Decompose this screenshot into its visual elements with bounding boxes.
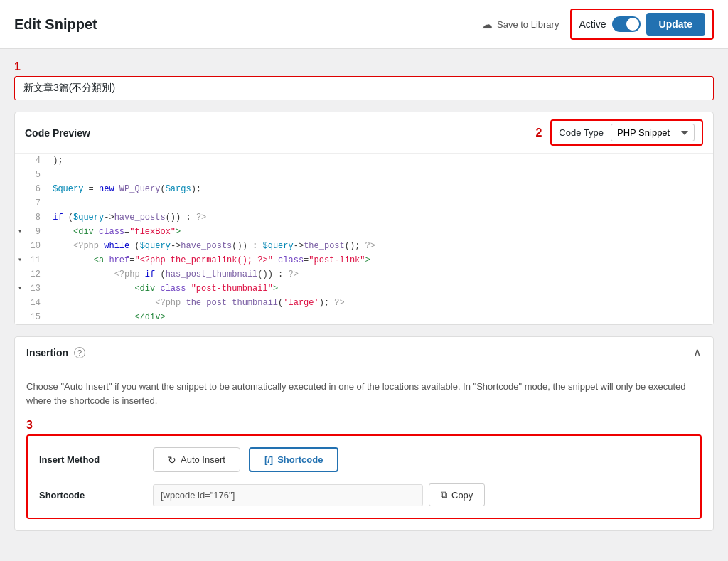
insert-method-buttons: ↻ Auto Insert [/] Shortcode: [153, 447, 338, 472]
line-arrow: ▾: [15, 225, 25, 239]
header: Edit Snippet ☁ Save to Library Active Up…: [0, 0, 728, 49]
copy-label: Copy: [451, 490, 473, 501]
auto-insert-label: Auto Insert: [181, 454, 225, 465]
active-label: Active: [579, 18, 606, 30]
insert-method-row: Insert Method ↻ Auto Insert [/] Shortcod…: [39, 447, 689, 472]
code-type-section: Code Type PHP Snippet HTML Snippet CSS S…: [550, 119, 703, 146]
insertion-section: Insertion ? ∧ Choose "Auto Insert" if yo…: [14, 336, 714, 531]
code-line: 4 );: [15, 154, 713, 168]
snippet-name-section: 1: [14, 60, 714, 100]
shortcode-button[interactable]: [/] Shortcode: [249, 447, 339, 472]
insert-method-section: Insert Method ↻ Auto Insert [/] Shortcod…: [26, 434, 702, 519]
code-type-label: Code Type: [559, 127, 604, 138]
code-line: ▾ 11 <a href="<?php the_permalink(); ?>"…: [15, 253, 713, 267]
line-num: 14: [25, 296, 48, 310]
code-line: 12 <?php if (has_post_thumbnail()) : ?>: [15, 267, 713, 282]
insertion-title: Insertion: [26, 347, 68, 358]
code-line: 7: [15, 196, 713, 210]
line-num: 11: [25, 253, 48, 267]
save-to-library-button[interactable]: ☁ Save to Library: [481, 18, 559, 31]
update-button[interactable]: Update: [646, 13, 705, 36]
copy-icon: ⧉: [441, 489, 447, 501]
code-editor[interactable]: 4 ); 5 6 $query = new WP_Query($args);: [15, 154, 713, 324]
line-num: 7: [25, 196, 48, 210]
cloud-icon: ☁: [481, 18, 493, 31]
line-num: 9: [25, 225, 48, 239]
code-preview-title: Code Preview: [25, 127, 90, 139]
code-line: 8 if ($query->have_posts()) : ?>: [15, 210, 713, 225]
auto-insert-button[interactable]: ↻ Auto Insert: [153, 447, 240, 472]
line-num: 4: [25, 154, 48, 168]
insertion-header-left: Insertion ?: [26, 347, 85, 358]
shortcode-input[interactable]: [153, 484, 423, 506]
code-preview-header: Code Preview 2 Code Type PHP Snippet HTM…: [15, 112, 713, 154]
insertion-header[interactable]: Insertion ? ∧: [15, 337, 713, 368]
line-num: 15: [25, 310, 48, 324]
insert-method-label: Insert Method: [39, 454, 153, 465]
refresh-icon: ↻: [168, 454, 176, 466]
insertion-description: Choose "Auto Insert" if you want the sni…: [26, 380, 702, 407]
line-code: if ($query->have_posts()) : ?>: [48, 210, 713, 225]
line-code: <?php the_post_thumbnail('large'); ?>: [48, 296, 713, 310]
line-code: );: [48, 154, 713, 168]
code-line: 14 <?php the_post_thumbnail('large'); ?>: [15, 296, 713, 310]
line-num: 8: [25, 210, 48, 225]
shortcode-icon: [/]: [264, 454, 273, 465]
code-line: 5: [15, 168, 713, 182]
line-num: 10: [25, 239, 48, 253]
page-title: Edit Snippet: [14, 16, 97, 33]
main-content: 1 Code Preview 2 Code Type PHP Snippet H…: [0, 49, 728, 554]
code-line: 6 $query = new WP_Query($args);: [15, 182, 713, 196]
code-preview-section: Code Preview 2 Code Type PHP Snippet HTM…: [14, 112, 714, 325]
copy-button[interactable]: ⧉ Copy: [429, 483, 485, 506]
code-line: ▾ 9 <div class="flexBox">: [15, 225, 713, 239]
line-code: <?php if (has_post_thumbnail()) : ?>: [48, 267, 713, 282]
line-code: $query = new WP_Query($args);: [48, 182, 713, 196]
code-line: 15 </div>: [15, 310, 713, 324]
annotation-1: 1: [14, 60, 21, 73]
snippet-name-input[interactable]: [14, 76, 714, 100]
shortcode-button-label: Shortcode: [277, 454, 323, 465]
annotation-3: 3: [26, 419, 33, 432]
code-type-select[interactable]: PHP Snippet HTML Snippet CSS Snippet JS …: [611, 124, 695, 141]
line-num: 12: [25, 267, 48, 282]
line-code: <div class="post-thumbnail">: [48, 282, 713, 296]
line-num: 6: [25, 182, 48, 196]
save-to-library-label: Save to Library: [497, 19, 559, 30]
line-num: 5: [25, 168, 48, 182]
shortcode-field-label: Shortcode: [39, 490, 153, 501]
help-icon[interactable]: ?: [74, 347, 85, 358]
insertion-body: Choose "Auto Insert" if you want the sni…: [15, 368, 713, 530]
annotation-2: 2: [535, 127, 542, 139]
active-section: Active Update: [570, 9, 714, 40]
line-num: 13: [25, 282, 48, 296]
header-right: ☁ Save to Library Active Update: [481, 9, 714, 40]
code-line: ▾ 13 <div class="post-thumbnail">: [15, 282, 713, 296]
line-arrow: ▾: [15, 282, 25, 296]
shortcode-input-group: ⧉ Copy: [153, 483, 689, 506]
line-code: <?php while ($query->have_posts()) : $qu…: [48, 239, 713, 253]
shortcode-row: Shortcode ⧉ Copy: [39, 483, 689, 506]
line-code: <div class="flexBox">: [48, 225, 713, 239]
line-code: </div>: [48, 310, 713, 324]
code-line: 10 <?php while ($query->have_posts()) : …: [15, 239, 713, 253]
chevron-up-icon: ∧: [693, 346, 702, 359]
active-toggle[interactable]: [612, 16, 641, 32]
line-code: <a href="<?php the_permalink(); ?>" clas…: [48, 253, 713, 267]
code-lines: 4 ); 5 6 $query = new WP_Query($args);: [15, 154, 713, 324]
line-arrow: ▾: [15, 253, 25, 267]
